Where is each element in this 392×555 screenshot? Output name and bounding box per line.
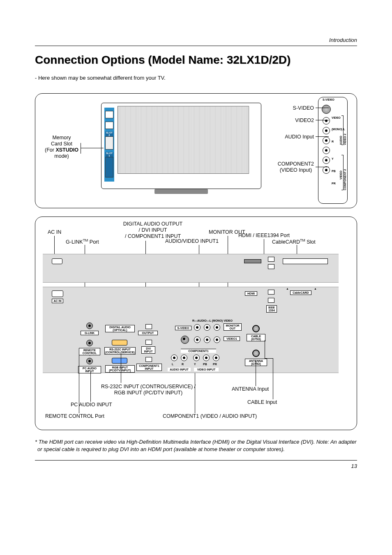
c1-r-lbl: R <box>182 363 184 366</box>
svideo-leader <box>316 108 329 108</box>
bracket-video2 <box>341 115 344 145</box>
remote-leader <box>79 355 79 413</box>
sp-pb: PB <box>332 170 336 173</box>
audio-leader <box>316 136 329 137</box>
pl-hdmi: HDMI <box>245 291 257 296</box>
mem-l3-pre: (For <box>45 147 55 153</box>
cable-leader-top <box>265 340 265 358</box>
antenna-bottom-label: ANTENNA Input <box>232 386 269 392</box>
sv-port-icon <box>181 336 189 344</box>
pl-pcaudio: PC AUDIOINPUT <box>78 366 101 373</box>
glink-label: G-LINKTM Port <box>66 238 99 245</box>
pl-aud-mono: (MONO) <box>212 319 223 322</box>
acin-port-icon <box>52 290 63 297</box>
c1-pr-lbl: PR <box>213 363 217 366</box>
ant-leader <box>256 361 256 386</box>
glink-pre: G-LINK <box>66 239 83 245</box>
pl-cable: CABLE(Ω75Ω) <box>247 334 265 341</box>
pl-acin: AC IN <box>52 299 63 303</box>
c1-y-lbl: Y <box>194 363 196 366</box>
sp-video2-vert: VIDEO 2 <box>344 115 346 145</box>
component2-label: COMPONENT2 (VIDEO Input) <box>278 161 314 173</box>
pl-comp1in: COMPONENT1INPUT <box>136 364 162 371</box>
rs232-leader <box>121 353 121 383</box>
opt-out-icon <box>145 324 152 329</box>
c1-ar-icon <box>181 355 187 361</box>
video-jack-icon <box>323 117 330 124</box>
cc-arrow-l: ▲ <box>286 287 289 290</box>
sp-pr: PR <box>332 182 336 185</box>
ieee-upper-2-icon <box>268 264 274 269</box>
diagram-front-side: SLOT 2 SLOT 1 Memory Card Slot (For XSTU… <box>35 93 357 208</box>
multi-slot-icon <box>105 157 113 177</box>
hdmi-footnote: * The HDMI port can receive video via Hi… <box>35 438 357 453</box>
video2-label: VIDEO2 <box>295 117 314 124</box>
acin-label: AC IN <box>48 229 61 235</box>
slot2-label: SLOT 2 <box>105 131 113 136</box>
card-slot-mid-icon <box>105 122 113 129</box>
page-title: Connection Options (Model Name: 32LX1D/2… <box>35 53 357 67</box>
c1-l-lbl: L <box>172 363 173 366</box>
av1-label: AUDIO/VIDEO INPUT1 <box>165 238 219 244</box>
da-l1: DIGITAL AUDIO OUTPUT <box>123 221 182 227</box>
comp1-leader <box>195 373 195 413</box>
pl-aud: AUDIO <box>197 319 207 322</box>
hdmi-upper-slot-icon <box>244 259 261 263</box>
c1-y-icon <box>193 355 200 361</box>
pl-digaudio: DIGITAL AUDIO(OPTICAL) <box>105 325 135 332</box>
rear-panel-lower: AC IN HDMI IEEE1394 CableCARD ▲ ▲ G-LINK… <box>43 287 339 373</box>
pl-remote: REMOTECONTROL <box>79 348 100 355</box>
pl-audin: AUDIO INPUT <box>168 368 191 371</box>
memory-card-slot-label: Memory Card Slot (For XSTUDIO mode) <box>42 135 81 159</box>
rear-panel-upper <box>43 254 339 283</box>
v1-v-icon <box>214 336 220 343</box>
diagram-rear-panel: AC IN DIGITAL AUDIO OUTPUT / DVI INPUT /… <box>35 216 357 430</box>
page-number: 13 <box>35 463 357 469</box>
glink-port-icon <box>86 322 93 329</box>
video2-leader <box>316 120 329 120</box>
c1-al-icon <box>171 355 178 361</box>
pl-rs232c: RS-232C INPUT(CONTROL/SERVICE) <box>104 347 136 355</box>
pl-v1: VIDEO1 <box>224 336 240 341</box>
pl-output: OUTPUT <box>138 331 158 335</box>
comp-pr-jack-icon <box>323 166 330 174</box>
comp1-in-icon <box>145 357 152 362</box>
cable-leader-h <box>265 358 273 359</box>
mem-l2: Card Slot <box>51 141 72 147</box>
cablecard-slot-label: CableCARDTM Slot <box>272 238 316 245</box>
comp2-l2: (VIDEO Input) <box>280 167 312 173</box>
cable-coax-icon <box>252 325 260 332</box>
remote-leader-stub <box>90 355 90 356</box>
c1-pr-icon <box>213 355 219 361</box>
pl-monout: MONITOROUT <box>224 323 242 331</box>
side-input-panel: S-VIDEO VIDEO (MONO) L R Y PB PR VIDEO 2… <box>318 97 348 204</box>
cc-pre: CableCARD <box>272 239 300 245</box>
rs-l2: RGB INPUT (PC/DTV INPUT) <box>114 390 182 396</box>
rs232-bottom-label: RS-232C INPUT (CONTROL/SERVICE) / RGB IN… <box>89 384 208 396</box>
section-label: Introduction <box>35 37 357 43</box>
sv-header: S-VIDEO <box>323 98 334 101</box>
rule-top <box>35 46 357 46</box>
rgb-port-icon <box>112 358 127 364</box>
remote-bottom-label: REMOTE CONTROL Port <box>45 413 104 419</box>
monout-r-icon <box>194 324 201 331</box>
svideo-jack-icon <box>322 105 331 114</box>
pl-aud-r: R <box>192 319 194 322</box>
pl-aud-l: L <box>210 319 211 322</box>
subtitle-note: - Here shown may be somewhat different f… <box>35 75 357 81</box>
hdmi-ieee-label: HDMI / IEEE1394 Port <box>238 233 290 239</box>
cable-leader <box>273 358 273 399</box>
pcaudio-leader <box>90 371 91 402</box>
rule-bottom <box>35 460 357 461</box>
pl-sv: S-VIDEO <box>175 326 191 330</box>
pl-dvi: DVIINPUT <box>141 346 155 354</box>
cc-post: Slot <box>305 239 316 245</box>
monout-v-icon <box>214 324 220 331</box>
comp-pb-jack-icon <box>323 157 330 164</box>
cable-bottom-label: CABLE Input <box>247 399 277 405</box>
small-port-1-icon <box>52 258 62 264</box>
bracket-comp2 <box>341 155 344 190</box>
sp-y: Y <box>332 157 334 160</box>
ieee-upper-1-icon <box>268 257 274 262</box>
ieee-port-2-icon <box>268 298 274 303</box>
